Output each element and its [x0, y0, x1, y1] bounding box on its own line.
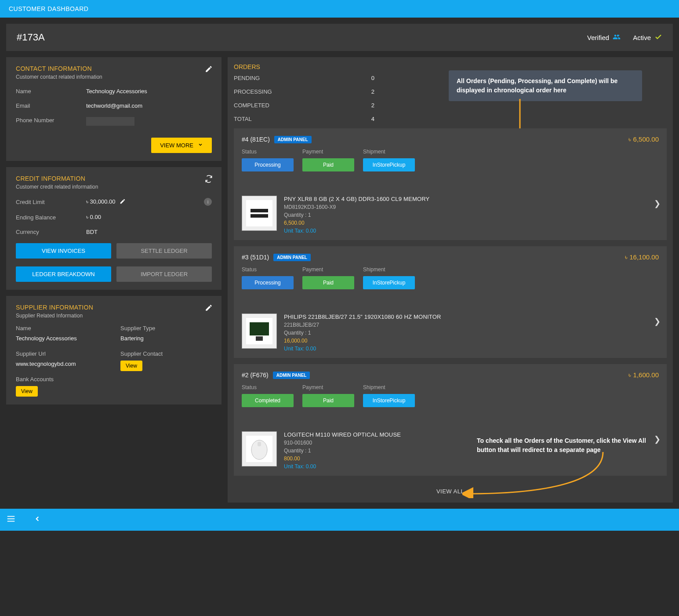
product-image — [242, 431, 277, 467]
order-card: #3 (51D1) ADMIN PANEL ৳ 16,100.00 Status… — [234, 246, 667, 358]
back-icon[interactable] — [33, 515, 41, 525]
admin-panel-badge: ADMIN PANEL — [274, 136, 312, 143]
order-id: #2 (F676) — [242, 372, 269, 379]
credit-info-icon[interactable]: i — [204, 198, 212, 206]
left-column: CONTACT INFORMATION Customer contact rel… — [6, 57, 221, 405]
topbar: CUSTOMER DASHBOARD — [0, 0, 679, 18]
os-val-processing: 2 — [348, 88, 374, 95]
credit-title: CREDIT INFORMATION — [16, 175, 212, 182]
product-name: PNY XLR8 8 GB (2 X 4 GB) DDR3-1600 CL9 M… — [284, 196, 429, 202]
bank-accounts-view-button[interactable]: View — [16, 386, 38, 397]
product-name: LOGITECH M110 WIRED OPTICAL MOUSE — [284, 431, 401, 438]
phone-label: Phone Number — [16, 117, 86, 127]
shipment-pill: InStorePickup — [363, 158, 415, 171]
os-label-pending: PENDING — [234, 75, 348, 81]
shipment-pill: InStorePickup — [363, 276, 415, 289]
contact-subtitle: Customer contact related information — [16, 74, 212, 80]
payment-label: Payment — [302, 384, 354, 390]
credit-limit-value: ৳ 30,000.00 — [86, 198, 115, 205]
settle-ledger-button[interactable]: SETTLE LEDGER — [116, 243, 212, 259]
verified-status: Verified — [587, 33, 621, 42]
ledger-breakdown-button[interactable]: LEDGER BREAKDOWN — [16, 266, 111, 282]
os-val-completed: 2 — [348, 102, 374, 109]
order-card: #2 (F676) ADMIN PANEL ৳ 1,600.00 StatusC… — [234, 364, 667, 476]
payment-label: Payment — [302, 266, 354, 273]
supplier-info-card: SUPPLIER INFORMATION Supplier Related In… — [6, 296, 221, 405]
supplier-contact-label: Supplier Contact — [120, 350, 212, 357]
svg-rect-8 — [258, 442, 261, 446]
view-invoices-button[interactable]: VIEW INVOICES — [16, 243, 111, 259]
shipment-label: Shipment — [363, 266, 415, 273]
view-all-button[interactable]: VIEW ALL — [436, 488, 464, 495]
svg-rect-0 — [246, 200, 272, 226]
payment-label: Payment — [302, 149, 354, 155]
orders-title: ORDERS — [234, 63, 667, 70]
callout-view-all: To check all the Orders of the Customer,… — [469, 430, 662, 461]
status-pill: Processing — [242, 276, 294, 289]
product-name: PHILIPS 221B8LJEB/27 21.5" 1920X1080 60 … — [284, 313, 441, 320]
supplier-title: SUPPLIER INFORMATION — [16, 304, 212, 311]
header-status-group: Verified Active — [587, 33, 662, 42]
shipment-pill: InStorePickup — [363, 394, 415, 407]
order-price: ৳ 6,500.00 — [628, 135, 659, 143]
import-ledger-button[interactable]: IMPORT LEDGER — [116, 266, 212, 282]
name-label: Name — [16, 88, 86, 95]
supplier-subtitle: Supplier Related Information — [16, 313, 212, 319]
email-label: Email — [16, 102, 86, 109]
view-more-label: VIEW MORE — [160, 142, 193, 149]
supplier-type-label: Supplier Type — [120, 325, 212, 332]
svg-rect-2 — [251, 214, 268, 218]
os-val-total: 4 — [348, 116, 374, 122]
admin-panel-badge: ADMIN PANEL — [273, 372, 310, 379]
menu-icon[interactable] — [6, 514, 16, 526]
product-tax: Unit Tax: 0.00 — [284, 228, 429, 234]
credit-subtitle: Customer credit related information — [16, 184, 212, 190]
currency-value: BDT — [86, 229, 98, 235]
product-sku: 221B8LJEB/27 — [284, 322, 441, 328]
credit-info-card: CREDIT INFORMATION Customer credit relat… — [6, 167, 221, 290]
product-qty: Quantity : 1 — [284, 212, 429, 218]
product-tax: Unit Tax: 0.00 — [284, 346, 441, 352]
supplier-contact-view-button[interactable]: View — [120, 361, 142, 371]
order-price: ৳ 16,100.00 — [625, 253, 659, 261]
product-image — [242, 196, 277, 231]
phone-value-empty — [86, 117, 134, 126]
product-qty: Quantity : 1 — [284, 330, 441, 336]
product-price: 800.00 — [284, 456, 401, 462]
name-value: Technology Accessories — [86, 88, 147, 95]
supplier-url-label: Supplier Url — [16, 350, 107, 357]
admin-panel-badge: ADMIN PANEL — [273, 254, 311, 261]
svg-rect-4 — [250, 322, 269, 335]
product-sku: MD8192KD3-1600-X9 — [284, 204, 429, 210]
orders-panel: ORDERS PENDING0 PROCESSING2 COMPLETED2 T… — [228, 57, 673, 503]
order-list: #4 (81EC) ADMIN PANEL ৳ 6,500.00 StatusP… — [234, 128, 667, 476]
supplier-type-value: Bartering — [120, 335, 212, 342]
product-qty: Quantity : 1 — [284, 448, 401, 454]
refresh-credit-icon[interactable] — [205, 175, 213, 184]
verified-icon — [613, 33, 621, 42]
os-label-completed: COMPLETED — [234, 102, 348, 109]
payment-pill: Paid — [302, 158, 354, 171]
verified-label: Verified — [587, 34, 609, 41]
status-label: Status — [242, 384, 294, 390]
order-expand-chevron[interactable]: ❯ — [654, 317, 661, 326]
supplier-name-value: Technology Accessories — [16, 335, 107, 342]
topbar-title: CUSTOMER DASHBOARD — [9, 5, 88, 12]
content-area: CONTACT INFORMATION Customer contact rel… — [0, 57, 679, 509]
edit-supplier-icon[interactable] — [205, 304, 213, 313]
edit-contact-icon[interactable] — [205, 65, 213, 74]
product-image — [242, 313, 277, 349]
active-check-icon — [654, 33, 662, 42]
view-more-button[interactable]: VIEW MORE — [151, 138, 212, 153]
credit-limit-label: Credit Limit — [16, 199, 86, 205]
status-pill: Processing — [242, 158, 294, 171]
bank-accounts-label: Bank Accounts — [16, 376, 107, 383]
payment-pill: Paid — [302, 276, 354, 289]
supplier-name-label: Name — [16, 325, 107, 332]
order-price: ৳ 1,600.00 — [628, 371, 659, 379]
shipment-label: Shipment — [363, 149, 415, 155]
customer-header: #173A Verified Active — [6, 24, 673, 51]
edit-credit-limit-icon[interactable] — [120, 198, 126, 206]
order-id: #4 (81EC) — [242, 136, 270, 143]
order-expand-chevron[interactable]: ❯ — [654, 199, 661, 208]
